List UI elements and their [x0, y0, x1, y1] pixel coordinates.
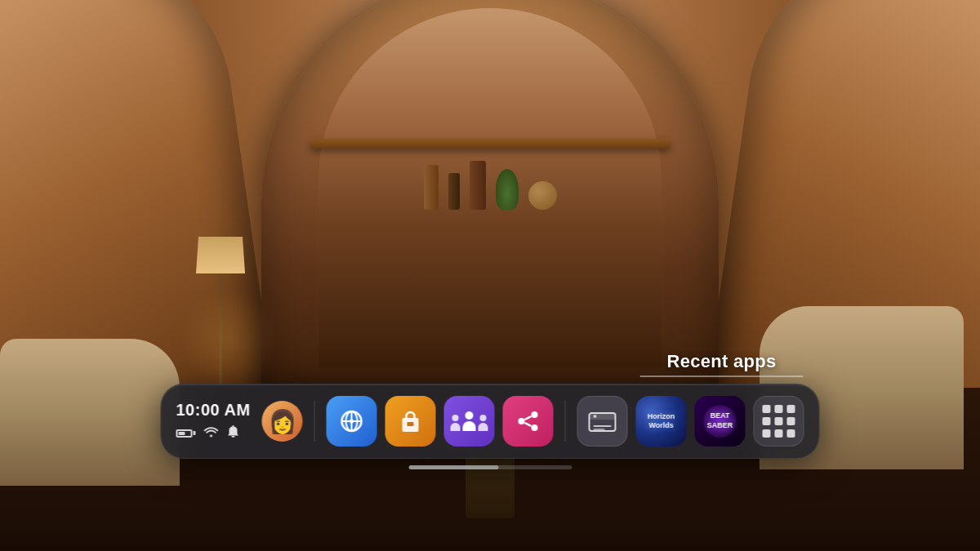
svg-point-8 [519, 418, 525, 424]
grid-dot-3 [787, 405, 795, 413]
share-icon [515, 408, 541, 434]
recent-apps-heading: Recent apps [640, 351, 804, 372]
app-icon-share[interactable] [503, 396, 554, 447]
shelf-decorations [318, 143, 662, 216]
decor-book3 [470, 161, 486, 210]
beatsaber-bg: BEATSABER [695, 396, 746, 447]
move-icon [338, 407, 366, 435]
bell-icon [226, 424, 239, 442]
battery-icon [176, 429, 195, 438]
decor-book1 [424, 165, 439, 210]
lamp-shade [196, 237, 245, 273]
beatsaber-text: BEATSABER [707, 411, 733, 430]
taskbar-divider-1 [314, 401, 315, 442]
svg-point-9 [532, 424, 538, 431]
app-icon-people[interactable] [444, 396, 495, 447]
progress-bar-container [408, 465, 572, 469]
decor-plant [496, 169, 519, 210]
app-icon-move[interactable] [327, 396, 377, 447]
svg-rect-13 [590, 413, 616, 420]
grid-dot-9 [787, 429, 795, 438]
person-body [463, 421, 476, 431]
battery-fill [178, 432, 185, 435]
grid-dot-8 [775, 429, 783, 438]
grid-dot-6 [787, 417, 795, 425]
person-shape-3 [479, 415, 488, 431]
person-body-sm-2 [479, 423, 488, 431]
avatar-emoji: 👩 [268, 408, 296, 435]
taskbar-wrapper: Recent apps 10:00 AM [160, 351, 819, 469]
app-icon-browser[interactable] [577, 396, 628, 447]
svg-point-4 [350, 420, 354, 424]
person-head-sm [452, 415, 459, 421]
svg-point-7 [532, 411, 538, 418]
decor-globe [528, 181, 557, 210]
grid-dot-2 [775, 405, 783, 413]
svg-line-11 [525, 423, 532, 426]
status-icons [176, 424, 239, 442]
grid-dot-5 [775, 417, 783, 425]
battery-body [176, 429, 192, 438]
app-icon-worlds[interactable]: HorizonWorlds [636, 396, 687, 447]
store-icon [398, 408, 424, 434]
app-icon-store[interactable] [385, 396, 436, 447]
worlds-bg: HorizonWorlds [636, 396, 687, 447]
svg-rect-6 [408, 422, 414, 426]
battery-tip [193, 431, 195, 435]
avatar[interactable]: 👩 [262, 401, 303, 442]
grid-dot-1 [763, 405, 771, 413]
recent-apps-label-area: Recent apps [640, 351, 804, 377]
recent-apps-divider [640, 375, 804, 377]
person-body-sm [451, 423, 461, 431]
worlds-label: HorizonWorlds [648, 412, 675, 430]
wifi-icon [203, 426, 218, 441]
browser-icon [588, 410, 617, 433]
people-icon-inner [451, 411, 488, 431]
grid-dot-7 [763, 429, 771, 438]
app-icon-beatsaber[interactable]: BEATSABER [695, 396, 746, 447]
progress-bar-fill [408, 465, 498, 469]
sofa-left [0, 339, 180, 486]
decor-book2 [448, 173, 460, 210]
taskbar: 10:00 AM [160, 384, 819, 459]
person-shape-1 [451, 415, 461, 431]
taskbar-divider-2 [565, 401, 566, 442]
person-shape-2 [463, 411, 476, 431]
grid-dot-4 [763, 417, 771, 425]
time-display: 10:00 AM [176, 401, 250, 420]
person-head-sm-2 [480, 415, 487, 421]
app-icon-all-apps[interactable] [754, 396, 804, 447]
status-area: 10:00 AM [176, 401, 253, 442]
svg-point-16 [594, 415, 597, 418]
grid-dots [753, 395, 805, 447]
svg-line-10 [525, 416, 532, 420]
person-head [466, 411, 474, 420]
